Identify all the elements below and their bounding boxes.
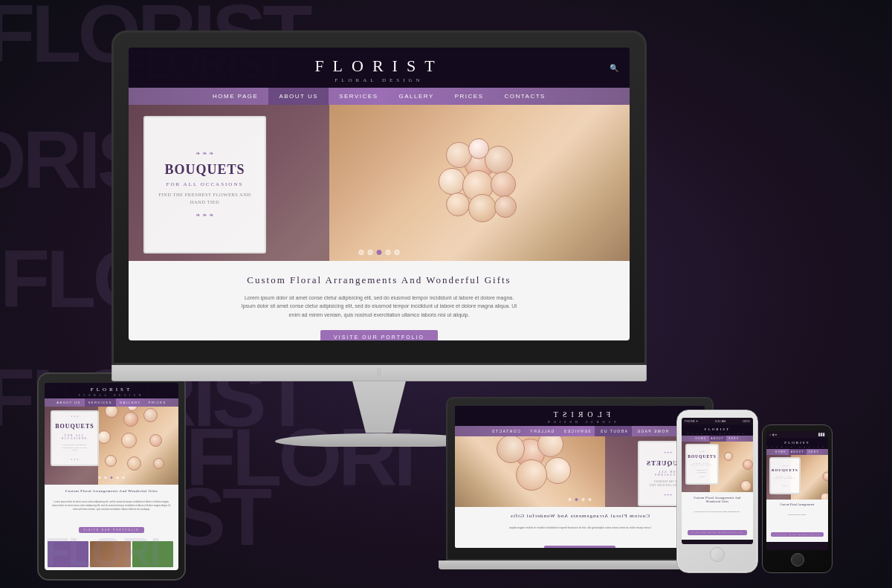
bouquet-subtitle: FOR ALL OCCASIONS [691, 462, 713, 465]
slide-dot-2[interactable] [368, 250, 373, 255]
imac-chin:  [112, 365, 647, 381]
iphone-group: PHONE ✦ 9:41 AM 100% FLORIST FLORAL DESI… [676, 410, 833, 573]
content-section: Custom Floral Arrangements and wonderful… [45, 485, 178, 538]
macbook-screen-outer: FLORIST FLORI ORIST FLORIST FLORIST FLOR… [446, 397, 714, 560]
nav-item[interactable]: SERV [807, 449, 821, 455]
main-heading: Custom Floral Arrangements and wonderful… [464, 513, 696, 519]
nav-item-home[interactable]: ABOUT US [53, 398, 84, 407]
nav-item-gallery[interactable]: GALLERY [388, 88, 444, 105]
slide-dot-5[interactable] [123, 476, 125, 479]
rose [743, 459, 753, 470]
time-label: 9:41 AM [715, 419, 726, 423]
home-button[interactable] [791, 553, 804, 566]
slide-dot-1[interactable] [99, 476, 101, 479]
slide-dot-4[interactable] [117, 476, 119, 479]
site-tagline: FLORAL DESIGN [682, 433, 753, 434]
portfolio-button[interactable]: VISITE OUR PORTFOLIO [688, 530, 746, 535]
rose [127, 456, 141, 471]
nav-item[interactable]: ABOUT [709, 436, 727, 442]
main-heading: Custom Floral Arrangements [770, 503, 824, 506]
nav-item[interactable]: SERV [726, 436, 741, 442]
nav-item-about[interactable]: ABOUT US [268, 88, 329, 105]
site-header: FLORIST FLORAL DESIGN [455, 406, 705, 426]
rose [544, 456, 571, 483]
content-section: Custom Floral Arrangements and wonderful… [129, 261, 630, 340]
nav-menu: HOME ABOUT SERV [766, 449, 828, 455]
iphone2-screen: ○ ◐ ● ▊▊▊ FLORIST FLORAL DESIGN HOME ABO… [766, 431, 828, 550]
imac-stand-neck [334, 381, 424, 433]
nav-item-home[interactable]: HOME PAGE [632, 426, 673, 436]
rose [821, 492, 828, 500]
rose [724, 452, 733, 461]
site-header: FLORIST FLORAL DESIGN 🔍 [129, 48, 630, 88]
portfolio-button[interactable]: VISITE OUR PORTFOLIO [771, 532, 824, 537]
lorem-text: Lorem ipsum dolor sit amet conse ctetur … [686, 511, 749, 514]
rose [491, 172, 516, 197]
bouquet-desc: FIND THE FRESHEST FLOWERS AND HAND TIED [152, 191, 257, 206]
slide-dot-3[interactable] [111, 476, 113, 479]
carrier-label: ○ ◐ ● [769, 433, 777, 436]
nav-bar: FLORIST FLORAL DESIGN HOME PAGE ABOUT US… [455, 406, 705, 436]
tablet-extra-content [45, 538, 178, 570]
imac-device: FLORIST FLORI ORIST FLORIST FLORI ORIST … [112, 30, 647, 447]
bouquet-subtitle: FOR ALL OCCASIONS [167, 181, 244, 187]
nav-item[interactable]: HOME [773, 449, 789, 455]
rose-bouquet [431, 135, 528, 231]
lorem-text: Lorem ipsum dolor sit amet... [770, 514, 824, 516]
rose [98, 430, 111, 444]
slide-dot-5[interactable] [395, 250, 400, 255]
nav-bar: FLORIST FLORAL DESIGN 🔍 HOME PAGE ABOUT … [129, 48, 630, 105]
hero-section: BOUQUETS FOR ALL OCCASIONS FIND THE FRES… [129, 105, 630, 261]
rose [516, 459, 547, 490]
nav-item-home[interactable]: HOME PAGE [202, 88, 268, 105]
portfolio-button[interactable]: VISITE OUR PORTFOLIO [320, 330, 438, 340]
rose [468, 138, 489, 159]
carrier-label: PHONE ✦ [685, 419, 698, 423]
imac-screen-outer: FLORIST FLORI ORIST FLORIST FLORI ORIST … [112, 30, 647, 365]
hero-card: BOUQUETS FOR ALL OCCASIONS FIND THE FRES… [143, 116, 266, 253]
slide-dot-3[interactable] [575, 498, 578, 501]
rose [823, 471, 828, 481]
nav-item-contacts[interactable]: CONTACTS [494, 88, 556, 105]
slide-dot-1[interactable] [359, 250, 364, 255]
slide-dot-1[interactable] [589, 498, 592, 501]
nav-item-services[interactable]: SERVICES [329, 88, 388, 105]
hero-section: BOUQUETS FOR ALL OCCASIONS FIND THE FRES… [455, 436, 705, 507]
site-tagline: FLORAL DESIGN [129, 77, 630, 83]
apple-logo-icon:  [377, 366, 381, 378]
content-section: Custom Floral Arrangements and wonderful… [455, 507, 705, 548]
rose [537, 436, 563, 457]
nav-item[interactable]: ABOUT [789, 449, 807, 455]
iphone-status-bar: PHONE ✦ 9:41 AM 100% [682, 418, 753, 424]
nav-item[interactable]: HOME [694, 436, 709, 442]
nav-item-contacts[interactable]: CONTACTS [487, 426, 525, 436]
bouquet-desc: FRESHEST FLOWERS [694, 469, 710, 474]
slide-dot-4[interactable] [569, 498, 572, 501]
nav-item-prices[interactable]: PRICES [445, 88, 494, 105]
lorem-text: Lorem ipsum dolor sit amet conse ctetur … [464, 526, 696, 531]
slide-dot-4[interactable] [386, 250, 391, 255]
scene: FLORIST FLORI ORIST FLORIST FLORI ORIST … [0, 0, 892, 588]
hero-card: BOUQUETS FOR ALL OCCASIONS FRESHEST FLOW… [685, 444, 719, 485]
slide-dot-2[interactable] [582, 498, 585, 501]
rose [439, 168, 465, 195]
slider-dots [359, 250, 400, 255]
rose [494, 196, 517, 218]
portfolio-button[interactable]: VISITE OUR PORTFOLIO [544, 545, 616, 547]
slide-dot-2[interactable] [105, 476, 107, 479]
slide-dot-3[interactable] [377, 250, 382, 255]
search-icon[interactable]: 🔍 [610, 63, 618, 71]
content-section: Custom Floral Arrangements Lorem ipsum d… [766, 500, 828, 542]
bouquet-title: BOUQUETS [164, 163, 245, 178]
home-button[interactable] [710, 547, 725, 562]
nav-item-gallery[interactable]: GALLERY [525, 426, 558, 436]
nav-item-about[interactable]: ABOUT US [595, 426, 631, 436]
hero-section: BOUQUETS FOR ALL OCCASIONS [766, 455, 828, 500]
iphone-status-bar: ○ ◐ ● ▊▊▊ [766, 431, 828, 438]
site-logo: FLORIST [766, 441, 828, 445]
iphone-screen: PHONE ✦ 9:41 AM 100% FLORIST FLORAL DESI… [682, 418, 753, 544]
site-logo: FLORIST [129, 56, 630, 76]
portfolio-button[interactable]: VISITE OUR PORTFOLIO [79, 527, 143, 533]
bouquet-title: BOUQUETS [688, 454, 717, 459]
nav-item-services[interactable]: SERVICES [558, 426, 595, 436]
